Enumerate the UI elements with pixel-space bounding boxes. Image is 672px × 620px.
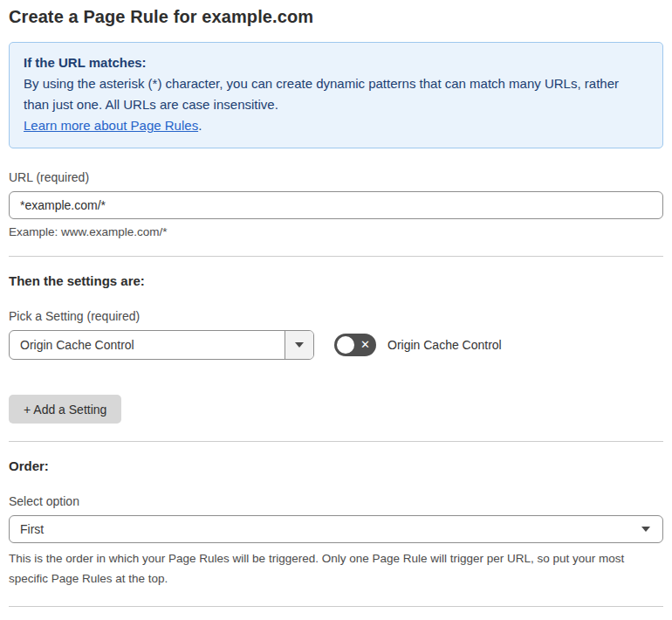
setting-select[interactable]: Origin Cache Control xyxy=(9,330,314,360)
chevron-down-icon xyxy=(641,527,650,532)
info-box-link-line: Learn more about Page Rules. xyxy=(24,115,634,136)
order-helper-text: This is the order in which your Page Rul… xyxy=(9,548,659,589)
url-field-label: URL (required) xyxy=(9,170,663,184)
page-title: Create a Page Rule for example.com xyxy=(9,7,663,27)
link-suffix: . xyxy=(198,118,202,133)
url-field-helper: Example: www.example.com/* xyxy=(9,225,663,238)
setting-select-arrow-button[interactable] xyxy=(285,331,313,359)
divider xyxy=(9,256,663,257)
toggle-knob xyxy=(337,336,354,354)
pick-setting-label: Pick a Setting (required) xyxy=(9,309,663,323)
origin-cache-control-toggle[interactable]: ✕ xyxy=(334,334,376,356)
divider xyxy=(9,441,663,442)
create-page-rule-form: Create a Page Rule for example.com If th… xyxy=(0,0,672,620)
info-box-heading: If the URL matches: xyxy=(24,52,648,73)
url-input[interactable] xyxy=(9,191,663,219)
add-setting-button[interactable]: + Add a Setting xyxy=(9,395,121,424)
setting-select-value: Origin Cache Control xyxy=(10,331,285,359)
chevron-down-icon xyxy=(295,342,304,348)
learn-more-link[interactable]: Learn more about Page Rules xyxy=(24,118,198,133)
info-box-body: By using the asterisk (*) character, you… xyxy=(24,73,634,115)
toggle-off-x-icon: ✕ xyxy=(360,334,370,356)
order-select-value: First xyxy=(20,522,641,536)
order-select-label: Select option xyxy=(9,494,663,508)
setting-row: Origin Cache Control ✕ Origin Cache Cont… xyxy=(9,330,663,360)
settings-section-heading: Then the settings are: xyxy=(9,273,663,288)
url-match-info-box: If the URL matches: By using the asteris… xyxy=(9,42,663,148)
origin-cache-control-toggle-group: ✕ Origin Cache Control xyxy=(334,334,502,356)
divider xyxy=(9,606,663,607)
order-section-heading: Order: xyxy=(9,458,663,473)
toggle-label: Origin Cache Control xyxy=(387,338,502,352)
order-select[interactable]: First xyxy=(9,515,663,543)
